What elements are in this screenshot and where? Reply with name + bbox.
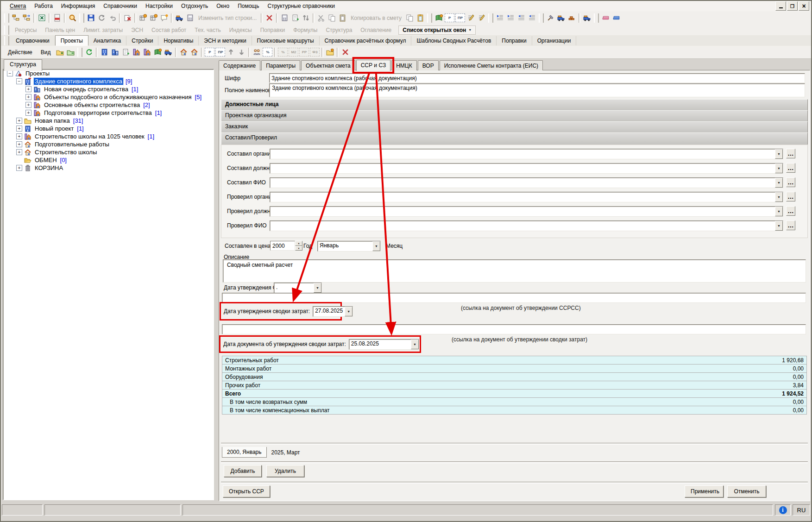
machines-icon[interactable]: [556, 13, 567, 23]
module-tab-1[interactable]: Проекты: [55, 35, 88, 46]
minimize-button[interactable]: [775, 1, 786, 11]
indent-add-icon[interactable]: [495, 13, 505, 23]
new-folder-icon[interactable]: [325, 47, 335, 57]
chevron-down-icon[interactable]: [775, 149, 783, 159]
f3-icon[interactable]: Ф3: [309, 47, 320, 57]
chevron-down-icon[interactable]: [345, 307, 352, 316]
totals-row[interactable]: Монтажных работ0,00: [222, 365, 807, 373]
transport-icon[interactable]: [163, 47, 174, 57]
add-section-icon[interactable]: [148, 13, 159, 23]
toolbar-grip[interactable]: [4, 25, 9, 35]
section-composed-checked[interactable]: Составил/Проверил: [221, 132, 808, 146]
tree-item-3[interactable]: Объекты подсобного и обслуживающего назн…: [3, 93, 214, 101]
detail-tab-6[interactable]: Исполнение Сметы контракта (ЕИС): [440, 60, 543, 70]
refresh-tree-icon[interactable]: [84, 47, 94, 57]
menu-item-4[interactable]: Настройки: [141, 2, 177, 10]
toolbar-grip[interactable]: [4, 36, 9, 45]
add-row-icon[interactable]: [138, 13, 148, 23]
menu-item-2[interactable]: Информация: [57, 2, 99, 10]
totals-row[interactable]: Строительных работ1 920,68: [222, 356, 807, 365]
language-indicator[interactable]: RU: [793, 504, 810, 516]
ellipsis-button[interactable]: [786, 220, 795, 230]
tree-expand-icon[interactable]: [16, 165, 22, 171]
tree-item-12[interactable]: КОРЗИНА: [3, 164, 214, 172]
module-tab-4[interactable]: Нормативы: [158, 36, 199, 45]
open-ssr-button[interactable]: Открыть ССР: [223, 485, 270, 497]
price-p-icon[interactable]: P: [204, 47, 215, 57]
indent-remove-level-icon[interactable]: [527, 13, 537, 23]
module-tab-8[interactable]: Шаблоны Сводных Расчётов: [411, 36, 497, 45]
tree-expand-icon[interactable]: [25, 102, 31, 108]
edit-list-icon[interactable]: [466, 13, 476, 23]
price-year-input[interactable]: [270, 241, 295, 251]
open-windows-button[interactable]: Список открытых окон: [398, 25, 476, 35]
folder-collapse-icon[interactable]: [65, 47, 76, 57]
tree-item-1[interactable]: Здание спортивного комплекса[9]: [3, 77, 214, 85]
save-icon[interactable]: [86, 13, 96, 23]
tree-expand-icon[interactable]: [16, 118, 22, 124]
percent-icon[interactable]: %: [277, 47, 288, 57]
new-queue-icon[interactable]: [110, 47, 120, 57]
tree-expand-icon[interactable]: [16, 141, 22, 147]
copy-object-icon[interactable]: [142, 47, 152, 57]
price-level-p-icon[interactable]: P: [444, 13, 455, 23]
ellipsis-button[interactable]: [786, 149, 795, 158]
edit-list-remove-icon[interactable]: [476, 13, 487, 23]
period-tab-0[interactable]: 2000, Январь: [222, 447, 267, 458]
action-menu-1[interactable]: Вид: [37, 48, 55, 57]
search-icon[interactable]: [67, 13, 78, 23]
contractors-icon[interactable]: [252, 47, 262, 57]
move-up-icon[interactable]: [226, 47, 236, 57]
copy-pages-icon[interactable]: [404, 13, 415, 23]
tab-structure[interactable]: Структура: [4, 59, 42, 71]
chevron-down-icon[interactable]: [775, 178, 783, 188]
works-icon[interactable]: [545, 13, 556, 23]
add-page-icon[interactable]: [290, 13, 301, 23]
person-field-combo[interactable]: [270, 163, 783, 174]
excel-export-icon[interactable]: [37, 13, 47, 23]
cut-icon[interactable]: [316, 13, 327, 23]
ssrss-link-input[interactable]: [222, 293, 806, 303]
module-tab-7[interactable]: Справочник расчётных формул: [320, 36, 412, 45]
menu-item-8[interactable]: Структурные справочники: [263, 2, 339, 10]
tree-item-7[interactable]: Новый проект[1]: [3, 125, 214, 132]
toolbar-grip[interactable]: [427, 13, 432, 23]
person-field-combo[interactable]: [270, 206, 783, 217]
tree-item-6[interactable]: Новая папка[31]: [3, 117, 214, 125]
ellipsis-button[interactable]: [786, 192, 795, 201]
structure-tree-icon[interactable]: [11, 13, 21, 23]
folder-up-icon[interactable]: [55, 47, 65, 57]
norm-book-icon[interactable]: [152, 47, 163, 57]
spin-up-icon[interactable]: ▲: [295, 241, 302, 246]
person-field-combo[interactable]: [270, 192, 783, 202]
menu-item-5[interactable]: Отдохнуть: [177, 2, 212, 10]
percent-gear-icon[interactable]: %: [262, 47, 273, 57]
toolbar-grip[interactable]: [79, 13, 84, 23]
menu-item-1[interactable]: Работа: [30, 2, 57, 10]
norm-base-icon[interactable]: [434, 13, 444, 23]
toolbar-grip[interactable]: [488, 13, 493, 23]
toolbar-grip[interactable]: [77, 48, 82, 57]
move-down-icon[interactable]: [236, 47, 247, 57]
chevron-down-icon[interactable]: [775, 221, 783, 231]
delete-icon[interactable]: [264, 13, 275, 23]
tree-expand-icon[interactable]: [16, 126, 22, 132]
tree-item-10[interactable]: Строительство школы: [3, 148, 214, 156]
tree-item-8[interactable]: Строительство школы на 1025 человек[1]: [3, 132, 214, 140]
menu-item-3[interactable]: Справочники: [99, 2, 141, 10]
paste-buffer-icon[interactable]: [415, 13, 426, 23]
detail-tab-3[interactable]: ССР и СЗ: [356, 60, 391, 71]
new-project-icon[interactable]: [99, 47, 110, 57]
tree-expand-icon[interactable]: [25, 94, 31, 100]
tree-expand-icon[interactable]: [16, 133, 22, 139]
doc-date-combo[interactable]: 25.08.2025: [349, 339, 419, 350]
description-input[interactable]: Сводный сметный расчет: [223, 259, 806, 283]
refresh-icon[interactable]: [96, 13, 107, 23]
month-combo[interactable]: Январь: [317, 241, 381, 252]
indent-add-level-icon[interactable]: [505, 13, 516, 23]
detail-tab-0[interactable]: Содержание: [219, 60, 260, 70]
totals-row[interactable]: Оборудования0,00: [222, 373, 807, 381]
delete-button[interactable]: Удалить: [266, 465, 304, 477]
apply-button[interactable]: Применить: [685, 485, 724, 497]
pdf-export-icon[interactable]: [52, 13, 63, 23]
